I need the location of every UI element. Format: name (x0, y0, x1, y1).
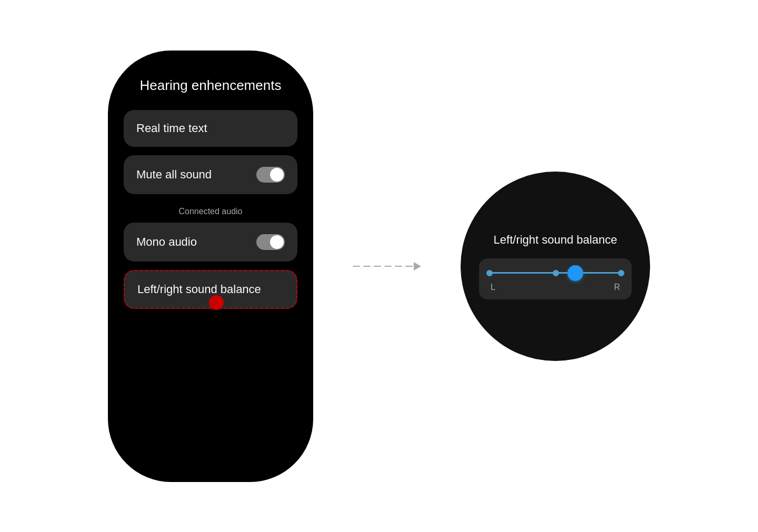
red-dot-indicator (209, 295, 224, 310)
slider-dot-right (618, 270, 624, 276)
panel-title: Hearing enhencements (140, 77, 282, 95)
circle-panel: Left/right sound balance L R (461, 172, 650, 361)
slider-dot-left (486, 270, 493, 276)
slider-dot-mid (553, 270, 559, 276)
slider-container: L R (479, 258, 632, 299)
mono-toggle-knob (270, 235, 284, 249)
real-time-text-label: Real time text (136, 122, 207, 135)
menu-item-left-right-balance[interactable]: Left/right sound balance (124, 270, 297, 309)
dash-4 (384, 266, 392, 267)
phone-panel: Hearing enhencements Real time text Mute… (108, 51, 313, 482)
arrow-head (414, 262, 421, 270)
mono-audio-label: Mono audio (136, 235, 197, 249)
dashes (353, 266, 413, 267)
menu-item-real-time-text[interactable]: Real time text (124, 110, 297, 147)
dash-5 (395, 266, 402, 267)
scene: Hearing enhencements Real time text Mute… (0, 0, 758, 532)
menu-item-mono-audio[interactable]: Mono audio (124, 223, 297, 262)
mono-audio-toggle[interactable] (256, 234, 285, 250)
slider-thumb[interactable] (567, 265, 583, 281)
slider-label-left: L (491, 283, 495, 292)
slider-track-wrapper (490, 268, 621, 278)
dash-3 (374, 266, 381, 267)
connected-audio-label: Connected audio (124, 207, 297, 216)
toggle-knob (270, 168, 284, 182)
dash-6 (405, 266, 413, 267)
arrow-container (355, 262, 418, 270)
slider-labels: L R (490, 283, 621, 292)
slider-label-right: R (614, 283, 620, 292)
circle-title: Left/right sound balance (494, 233, 617, 248)
left-right-balance-label: Left/right sound balance (137, 283, 261, 296)
menu-item-mute-all-sound[interactable]: Mute all sound (124, 155, 297, 194)
slider-track (490, 272, 621, 274)
dashed-arrow (353, 262, 421, 270)
mute-all-sound-toggle[interactable] (256, 167, 285, 183)
mute-all-sound-label: Mute all sound (136, 168, 212, 182)
dash-2 (363, 266, 371, 267)
dash-1 (353, 266, 360, 267)
